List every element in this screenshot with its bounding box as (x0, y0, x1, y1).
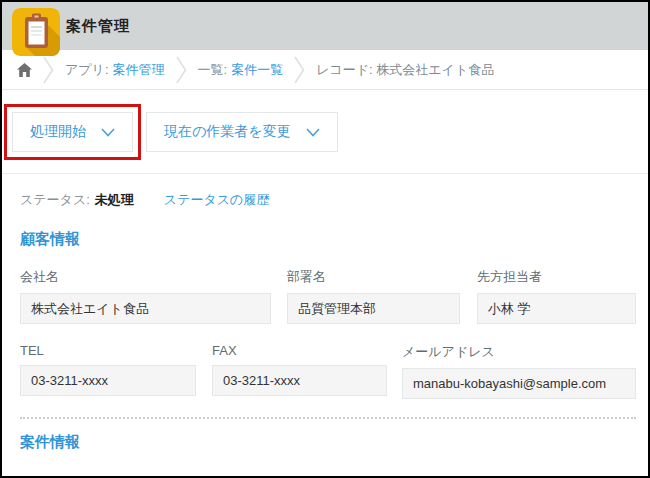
field-value: 品質管理本部 (287, 293, 460, 324)
chevron-down-icon (306, 124, 320, 140)
clipboard-app-icon (12, 8, 60, 56)
home-icon[interactable] (17, 63, 32, 77)
breadcrumb-record-label: レコード: 株式会社エイト食品 (316, 61, 494, 79)
field-value: 03-3211-xxxx (212, 365, 387, 396)
breadcrumb-list-prefix: 一覧: (198, 61, 228, 79)
field-row-1: 会社名 株式会社エイト食品 部署名 品質管理本部 先方担当者 小林 学 (20, 268, 636, 324)
chevron-right-icon (176, 56, 187, 84)
field-label: 部署名 (287, 268, 460, 286)
record-detail: ステータス: 未処理 ステータスの履歴 顧客情報 会社名 株式会社エイト食品 部… (2, 191, 648, 452)
field-email: メールアドレス manabu-kobayashi@sample.com (402, 343, 636, 399)
toolbar-divider (2, 173, 648, 174)
status-value: 未処理 (95, 191, 134, 209)
field-value: 小林 学 (477, 293, 636, 324)
breadcrumb-list-link[interactable]: 案件一覧 (231, 61, 283, 79)
field-label: TEL (20, 343, 196, 358)
page-title: 案件管理 (66, 17, 130, 36)
field-company-name: 会社名 株式会社エイト食品 (20, 268, 271, 324)
process-toolbar: 処理開始 現在の作業者を変更 (4, 104, 648, 160)
status-label: ステータス: (20, 191, 90, 209)
field-value: 03-3211-xxxx (20, 365, 196, 396)
breadcrumb-app-prefix: アプリ: (65, 61, 109, 79)
field-department: 部署名 品質管理本部 (287, 268, 460, 324)
section-heading-customer-info: 顧客情報 (20, 230, 636, 249)
field-contact-person: 先方担当者 小林 学 (477, 268, 636, 324)
field-row-2: TEL 03-3211-xxxx FAX 03-3211-xxxx メールアドレ… (20, 343, 636, 399)
breadcrumb: アプリ: 案件管理 一覧: 案件一覧 レコード: 株式会社エイト食品 (2, 50, 648, 90)
field-label: メールアドレス (402, 343, 636, 361)
field-value: manabu-kobayashi@sample.com (402, 368, 636, 399)
chevron-down-icon (101, 124, 115, 140)
change-worker-label: 現在の作業者を変更 (164, 123, 291, 141)
status-history-link[interactable]: ステータスの履歴 (164, 191, 270, 209)
field-label: FAX (212, 343, 387, 358)
process-start-button[interactable]: 処理開始 (12, 112, 133, 152)
field-label: 先方担当者 (477, 268, 636, 286)
breadcrumb-app-link[interactable]: 案件管理 (113, 61, 165, 79)
screenshot-frame: 案件管理 アプリ: 案件管理 一覧: 案件一覧 レコード: 株式会社エイト食品 … (0, 0, 650, 478)
annotation-highlight: 処理開始 (4, 104, 141, 160)
section-divider (20, 417, 636, 419)
chevron-right-icon (294, 56, 305, 84)
field-value: 株式会社エイト食品 (20, 293, 271, 324)
status-row: ステータス: 未処理 ステータスの履歴 (20, 191, 636, 209)
field-label: 会社名 (20, 268, 271, 286)
process-start-label: 処理開始 (30, 123, 86, 141)
field-fax: FAX 03-3211-xxxx (212, 343, 387, 399)
section-heading-case-info: 案件情報 (20, 433, 636, 452)
chevron-right-icon (43, 56, 54, 84)
change-worker-button[interactable]: 現在の作業者を変更 (146, 112, 338, 152)
app-header: 案件管理 (2, 2, 648, 50)
field-tel: TEL 03-3211-xxxx (20, 343, 196, 399)
